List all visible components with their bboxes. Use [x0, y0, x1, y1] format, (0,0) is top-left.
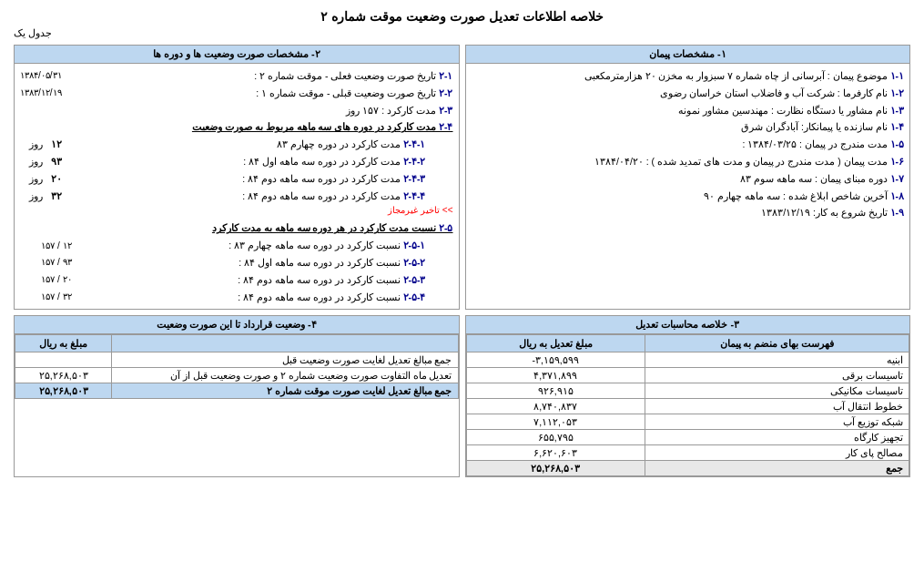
s4-desc: تعدیل ماه التفاوت صورت وضعیت شماره ۲ و ص… — [112, 368, 458, 383]
section2-row2: ۲-۵-۱ نسبت کارکرد در دوره سه ماهه چهارم … — [20, 237, 453, 254]
s4-col1-header — [112, 335, 458, 352]
s4-row: جمع مبالغ تعدیل لغایت صورت موقت شماره ۲ … — [15, 383, 459, 399]
s4-row: تعدیل ماه التفاوت صورت وضعیت شماره ۲ و ص… — [15, 368, 459, 383]
section4-box: ۴- وضعیت قرارداد تا این صورت وضعیت مبلغ … — [14, 315, 460, 477]
adj-col2-header: مبلغ تعدیل به ریال — [466, 335, 645, 352]
section2-row: ۲-۲ تاریخ صورت وضعیت قبلی - موقت شماره ۱… — [20, 85, 453, 102]
adj-row: تاسیسات برقی ۴,۳۷۱,۸۹۹ — [466, 368, 909, 383]
s1-text: ۱-۷ دوره مبنای پیمان : سه ماهه سوم ۸۳ — [472, 171, 905, 187]
s4-amount: ۲۵,۲۶۸,۵۰۳ — [15, 368, 112, 383]
section1-row: ۱-۳ نام مشاور یا دستگاه نظارت : مهندسین … — [472, 102, 905, 119]
adj-item: جمع — [645, 461, 909, 476]
section3-content: فهرست بهای منضم به پیمان مبلغ تعدیل به ر… — [466, 334, 910, 476]
section1-row: ۱-۵ مدت مندرج در پیمان : ۱۳۸۴/۰۳/۲۵ : — [472, 136, 905, 153]
jadval-label: جدول یک — [14, 27, 910, 39]
adj-amount: ۶,۶۲۰,۶۰۳ — [466, 445, 645, 461]
adj-amount: ۹۲۶,۹۱۵ — [466, 383, 645, 399]
section1-row: ۱-۸ آخرین شاخص ابلاغ شده : سه ماهه چهارم… — [472, 188, 905, 205]
section1-row: ۱-۲ نام کارفرما : شرکت آب و فاضلاب استان… — [472, 85, 905, 102]
adj-amount: ۲۵,۲۶۸,۵۰۳ — [466, 461, 645, 476]
section2-row: ۲-۴-۳ مدت کارکرد در دوره سه ماهه دوم ۸۴ … — [20, 170, 453, 188]
s1-text: ۱-۶ مدت پیمان ( مدت مندرج در پیمان و مدت… — [472, 154, 905, 169]
adj-row: جمع ۲۵,۲۶۸,۵۰۳ — [466, 461, 909, 476]
section2-row: ۲-۴ مدت کارکرد در دوره های سه ماهه مربوط… — [20, 118, 453, 136]
section1-content: ۱-۱ موضوع پیمان : آبرسانی از چاه شماره ۷… — [466, 64, 910, 225]
s4-col2-header: مبلغ به ریال — [15, 335, 112, 352]
section2-row: ۲-۴-۴ مدت کارکرد در دوره سه ماهه دوم ۸۴ … — [20, 188, 453, 205]
s1-text: ۱-۸ آخرین شاخص ابلاغ شده : سه ماهه چهارم… — [472, 189, 905, 204]
page-title: خلاصه اطلاعات تعدیل صورت وضعیت موقت شمار… — [14, 9, 910, 24]
adj-item: تجهیز کارگاه — [645, 430, 909, 445]
adj-amount: ۸,۷۴۰,۸۳۷ — [466, 399, 645, 414]
section1-row: ۱-۶ مدت پیمان ( مدت مندرج در پیمان و مدت… — [472, 153, 905, 170]
section1-row: ۱-۹ تاریخ شروع به کار: ۱۳۸۳/۱۲/۱۹ — [472, 204, 905, 221]
section2-row: ۲-۴-۲ مدت کارکرد در دوره سه ماهه اول ۸۴ … — [20, 153, 453, 170]
section1-row: ۱-۷ دوره مبنای پیمان : سه ماهه سوم ۸۳ — [472, 170, 905, 188]
section1-row: ۱-۱ موضوع پیمان : آبرسانی از چاه شماره ۷… — [472, 67, 905, 85]
adj-row: مصالح پای کار ۶,۶۲۰,۶۰۳ — [466, 445, 909, 461]
section2-row: ۲-۱ تاریخ صورت وضعیت فعلی - موقت شماره ۲… — [20, 67, 453, 85]
section3-header: ۳- خلاصه محاسبات تعدیل — [466, 316, 910, 334]
section2-row: ۲-۳ مدت کارکرد : ۱۵۷ روز — [20, 102, 453, 119]
section2-row2: ۲-۵-۴ نسبت کارکرد در دوره سه ماهه دوم ۸۴… — [20, 289, 453, 306]
s4-amount: ۲۵,۲۶۸,۵۰۳ — [15, 383, 112, 399]
section1-header: ۱- مشخصات پیمان — [466, 46, 910, 64]
adj-row: ابنیه -۳,۱۵۹,۵۹۹ — [466, 352, 909, 368]
adj-row: تاسیسات مکانیکی ۹۲۶,۹۱۵ — [466, 383, 909, 399]
s4-table: مبلغ به ریال جمع مبالغ تعدیل لغایت صورت … — [15, 334, 459, 399]
s4-desc: جمع مبالغ تعدیل لغایت صورت وضعیت قبل — [112, 352, 458, 368]
section2-row: ۲-۴-۱ مدت کارکرد در دوره چهارم ۸۳ ۱۲روز — [20, 136, 453, 153]
section2-box: ۲- مشخصات صورت وضعیت ها و دوره ها ۲-۱ تا… — [14, 45, 460, 310]
section2-row2: ۲-۵-۲ نسبت کارکرد در دوره سه ماهه اول ۸۴… — [20, 254, 453, 271]
s4-desc: جمع مبالغ تعدیل لغایت صورت موقت شماره ۲ — [112, 383, 458, 399]
adj-amount: ۷,۱۱۲,۰۵۳ — [466, 414, 645, 430]
adj-item: ابنیه — [645, 352, 909, 368]
section1-box: ۱- مشخصات پیمان ۱-۱ موضوع پیمان : آبرسان… — [465, 45, 911, 310]
adj-item: تاسیسات برقی — [645, 368, 909, 383]
adj-table: فهرست بهای منضم به پیمان مبلغ تعدیل به ر… — [466, 334, 910, 476]
s1-text: ۱-۴ نام سازنده یا پیمانکار: آبادگران شرق — [472, 119, 905, 135]
s1-text: ۱-۹ تاریخ شروع به کار: ۱۳۸۳/۱۲/۱۹ — [472, 205, 905, 220]
s1-text: ۱-۲ نام کارفرما : شرکت آب و فاضلاب استان… — [472, 86, 905, 101]
adj-amount: -۳,۱۵۹,۵۹۹ — [466, 352, 645, 368]
adj-amount: ۶۵۵,۷۹۵ — [466, 430, 645, 445]
section2-header: ۲- مشخصات صورت وضعیت ها و دوره ها — [15, 46, 459, 64]
adj-item: خطوط انتقال آب — [645, 399, 909, 414]
section3-box: ۳- خلاصه محاسبات تعدیل فهرست بهای منضم ب… — [465, 315, 911, 477]
adj-item: تاسیسات مکانیکی — [645, 383, 909, 399]
adj-row: خطوط انتقال آب ۸,۷۴۰,۸۳۷ — [466, 399, 909, 414]
section2-row2: ۲-۵-۳ نسبت کارکرد در دوره سه ماهه دوم ۸۴… — [20, 271, 453, 289]
s1-text: ۱-۵ مدت مندرج در پیمان : ۱۳۸۴/۰۳/۲۵ : — [472, 137, 905, 152]
section1-row: ۱-۴ نام سازنده یا پیمانکار: آبادگران شرق — [472, 118, 905, 136]
s1-text: ۱-۱ موضوع پیمان : آبرسانی از چاه شماره ۷… — [472, 68, 905, 84]
s1-text: ۱-۳ نام مشاور یا دستگاه نظارت : مهندسین … — [472, 103, 905, 118]
warning-text: >> تاخیر غیرمجاز — [20, 204, 453, 216]
adj-row: شبکه توزیع آب ۷,۱۱۲,۰۵۳ — [466, 414, 909, 430]
adj-col1-header: فهرست بهای منضم به پیمان — [645, 335, 909, 352]
s4-amount — [15, 352, 112, 368]
section4-content: مبلغ به ریال جمع مبالغ تعدیل لغایت صورت … — [15, 334, 459, 399]
section4-header: ۴- وضعیت قرارداد تا این صورت وضعیت — [15, 316, 459, 334]
adj-item: مصالح پای کار — [645, 445, 909, 461]
adj-item: شبکه توزیع آب — [645, 414, 909, 430]
adj-row: تجهیز کارگاه ۶۵۵,۷۹۵ — [466, 430, 909, 445]
adj-amount: ۴,۳۷۱,۸۹۹ — [466, 368, 645, 383]
section2-content: ۲-۱ تاریخ صورت وضعیت فعلی - موقت شماره ۲… — [15, 64, 459, 309]
section2-row2: ۲-۵ نسبت مدت کارکرد در هر دوره سه ماهه ب… — [20, 220, 453, 237]
s4-row: جمع مبالغ تعدیل لغایت صورت وضعیت قبل — [15, 352, 459, 368]
